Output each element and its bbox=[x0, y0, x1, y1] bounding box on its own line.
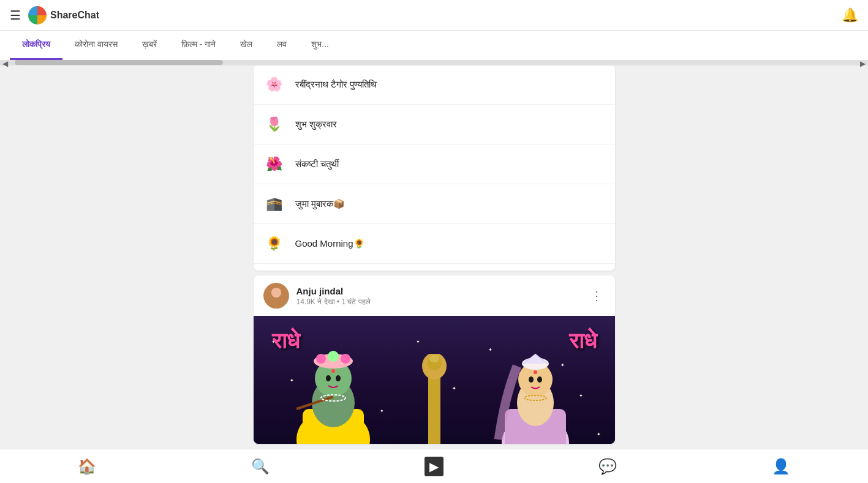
figure-krishna bbox=[278, 329, 388, 444]
category-item-sankashti[interactable]: 🌺 संकष्टी चतुर्थी bbox=[254, 144, 615, 184]
tab-sports[interactable]: खेल bbox=[228, 31, 265, 60]
post-time: 1 घंटे पहले bbox=[341, 298, 370, 306]
category-icon-friday: 🌷 bbox=[263, 113, 285, 135]
category-icon-juma: 🕋 bbox=[263, 193, 285, 215]
bottom-navbar: 🏠 🔍 ▶ 💬 👤 bbox=[0, 449, 868, 483]
hamburger-menu[interactable]: ☰ bbox=[10, 8, 21, 23]
category-label-juma: जुमा मुबारक📦 bbox=[295, 198, 345, 209]
category-label-tagore: रबींद्रनाथ टैगोर पुण्यतिथि bbox=[295, 79, 377, 90]
post-menu-button[interactable]: ⋮ bbox=[588, 286, 605, 305]
video-icon: ▶ bbox=[425, 457, 443, 476]
logo-icon bbox=[28, 6, 47, 24]
svg-point-20 bbox=[429, 355, 439, 362]
category-item-juma[interactable]: 🕋 जुमा मुबारक📦 bbox=[254, 184, 615, 224]
tab-scrollbar-thumb[interactable] bbox=[15, 60, 223, 65]
navbar-left: ☰ ShareChat bbox=[10, 6, 99, 24]
tab-bar: लोकप्रिय कोरोना वायरस ख़बरें फ़िल्म - गा… bbox=[0, 31, 868, 66]
tab-love[interactable]: लव bbox=[265, 31, 299, 60]
home-icon: 🏠 bbox=[78, 458, 96, 475]
tabs-container: लोकप्रिय कोरोना वायरस ख़बरें फ़िल्म - गा… bbox=[0, 31, 868, 60]
svg-point-9 bbox=[316, 354, 326, 364]
svg-point-11 bbox=[341, 354, 350, 364]
svg-point-14 bbox=[336, 375, 341, 381]
scroll-right-arrow[interactable]: ▶ bbox=[860, 59, 866, 68]
svg-point-28 bbox=[534, 370, 537, 374]
category-item-goodmorning[interactable]: 🌻 Good Morning🌻 bbox=[254, 224, 615, 264]
tab-popular[interactable]: लोकप्रिय bbox=[10, 31, 62, 60]
main-content: 🌸 रबींद्रनाथ टैगोर पुण्यतिथि 🌷 शुभ शुक्र… bbox=[0, 65, 868, 449]
navbar-right: 🔔 bbox=[842, 7, 858, 23]
category-list: 🌸 रबींद्रनाथ टैगोर पुण्यतिथि 🌷 शुभ शुक्र… bbox=[254, 65, 615, 271]
top-navbar: ☰ ShareChat 🔔 bbox=[0, 0, 868, 31]
category-item-tagore[interactable]: 🌸 रबींद्रनाथ टैगोर पुण्यतिथि bbox=[254, 65, 615, 105]
svg-point-26 bbox=[529, 376, 534, 383]
post-views: 14.9K ने देखा bbox=[296, 298, 335, 306]
radhe-scene: ✦ ✦ ✦ ✦ ✦ ✦ ✦ ✦ ✦ ✦ ✦ ✦ राधे bbox=[254, 316, 615, 444]
post-username: Anju jindal bbox=[296, 286, 588, 296]
svg-point-13 bbox=[326, 375, 331, 381]
svg-point-27 bbox=[537, 376, 542, 383]
bottom-nav-search[interactable]: 🔍 bbox=[246, 452, 275, 481]
bottom-nav-profile[interactable]: 👤 bbox=[766, 452, 796, 481]
category-label-friday: शुभ शुक्रवार bbox=[295, 119, 337, 130]
category-label-sankashti: संकष्टी चतुर्थी bbox=[295, 159, 339, 170]
notification-bell-icon[interactable]: 🔔 bbox=[842, 7, 858, 23]
bottom-nav-home[interactable]: 🏠 bbox=[72, 452, 102, 481]
bottom-nav-chat[interactable]: 💬 bbox=[593, 452, 622, 481]
category-label-goodmorning: Good Morning🌻 bbox=[295, 238, 365, 249]
category-icon-goodmorning: 🌻 bbox=[263, 233, 285, 255]
post-card: Anju jindal 14.9K ने देखा • 1 घंटे पहले … bbox=[254, 275, 615, 444]
category-icon-tagore: 🌸 bbox=[263, 73, 285, 95]
post-user-info: Anju jindal 14.9K ने देखा • 1 घंटे पहले bbox=[296, 286, 588, 306]
chat-icon: 💬 bbox=[598, 458, 617, 475]
feed-container: 🌸 रबींद्रनाथ टैगोर पुण्यतिथि 🌷 शुभ शुक्र… bbox=[254, 65, 615, 449]
avatar bbox=[263, 283, 289, 309]
category-icon-sankashti: 🌺 bbox=[263, 153, 285, 175]
post-image[interactable]: ✦ ✦ ✦ ✦ ✦ ✦ ✦ ✦ ✦ ✦ ✦ ✦ राधे bbox=[254, 316, 615, 444]
post-header: Anju jindal 14.9K ने देखा • 1 घंटे पहले … bbox=[254, 275, 615, 316]
tab-corona[interactable]: कोरोना वायरस bbox=[62, 31, 130, 60]
svg-point-15 bbox=[331, 369, 335, 373]
tab-shubh[interactable]: शुभ... bbox=[299, 31, 341, 60]
search-icon: 🔍 bbox=[251, 458, 270, 475]
post-meta: 14.9K ने देखा • 1 घंटे पहले bbox=[296, 298, 588, 306]
figure-statue bbox=[416, 354, 453, 444]
profile-icon: 👤 bbox=[772, 458, 790, 475]
svg-point-3 bbox=[271, 288, 281, 298]
svg-point-10 bbox=[328, 351, 339, 362]
figure-radha bbox=[486, 335, 584, 444]
app-name: ShareChat bbox=[50, 10, 99, 21]
category-item-friday[interactable]: 🌷 शुभ शुक्रवार bbox=[254, 105, 615, 144]
app-logo[interactable]: ShareChat bbox=[28, 6, 99, 24]
scroll-left-arrow[interactable]: ◀ bbox=[2, 59, 8, 68]
see-more-button[interactable]: › See more bbox=[254, 264, 615, 271]
tab-news[interactable]: ख़बरें bbox=[130, 31, 169, 60]
tab-scrollbar-track: ◀ ▶ bbox=[0, 60, 868, 65]
tab-movies[interactable]: फ़िल्म - गाने bbox=[169, 31, 228, 60]
bottom-nav-video[interactable]: ▶ bbox=[419, 452, 448, 481]
